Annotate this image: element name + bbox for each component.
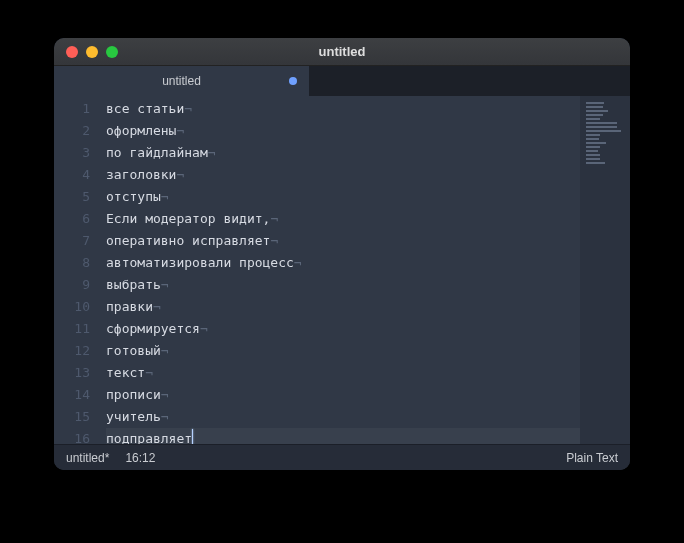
newline-glyph-icon: ¬: [161, 189, 169, 204]
editor-area[interactable]: 12345678910111213141516 все статьи¬оформ…: [54, 96, 630, 444]
minimap-row: [586, 114, 603, 116]
newline-glyph-icon: ¬: [176, 167, 184, 182]
line-number: 5: [54, 186, 90, 208]
line-text: автоматизировали процесс: [106, 255, 294, 270]
newline-glyph-icon: ¬: [161, 343, 169, 358]
newline-glyph-icon: ¬: [184, 101, 192, 116]
code-line[interactable]: оформлены¬: [106, 120, 580, 142]
minimap-row: [586, 146, 600, 148]
newline-glyph-icon: ¬: [208, 145, 216, 160]
newline-glyph-icon: ¬: [294, 255, 302, 270]
tab-label: untitled: [162, 74, 201, 88]
minimap-row: [586, 102, 604, 104]
line-number: 6: [54, 208, 90, 230]
code-line[interactable]: Если модератор видит,¬: [106, 208, 580, 230]
minimap-row: [586, 122, 617, 124]
window-title: untitled: [54, 44, 630, 59]
line-number: 9: [54, 274, 90, 296]
minimap-row: [586, 138, 599, 140]
line-number: 3: [54, 142, 90, 164]
line-number: 12: [54, 340, 90, 362]
code-line[interactable]: текст¬: [106, 362, 580, 384]
minimap-row: [586, 142, 606, 144]
code-line[interactable]: автоматизировали процесс¬: [106, 252, 580, 274]
minimap-row: [586, 110, 608, 112]
status-bar: untitled* 16:12 Plain Text: [54, 444, 630, 470]
code-content[interactable]: все статьи¬оформлены¬по гайдлайнам¬загол…: [100, 96, 580, 444]
code-line[interactable]: заголовки¬: [106, 164, 580, 186]
newline-glyph-icon: ¬: [153, 299, 161, 314]
status-position[interactable]: 16:12: [125, 451, 155, 465]
line-text: по гайдлайнам: [106, 145, 208, 160]
minimap-row: [586, 154, 600, 156]
newline-glyph-icon: ¬: [270, 211, 278, 226]
line-number: 11: [54, 318, 90, 340]
code-line[interactable]: прописи¬: [106, 384, 580, 406]
minimap-row: [586, 126, 617, 128]
newline-glyph-icon: ¬: [161, 387, 169, 402]
line-text: текст: [106, 365, 145, 380]
line-text: заголовки: [106, 167, 176, 182]
line-number: 7: [54, 230, 90, 252]
minimap-row: [586, 118, 600, 120]
code-line[interactable]: подправляет: [106, 428, 580, 444]
line-text: готовый: [106, 343, 161, 358]
line-number: 4: [54, 164, 90, 186]
line-number: 8: [54, 252, 90, 274]
minimap-row: [586, 106, 603, 108]
minimap-row: [586, 162, 605, 164]
tab-bar: untitled: [54, 66, 630, 96]
line-number: 2: [54, 120, 90, 142]
line-text: сформируется: [106, 321, 200, 336]
code-line[interactable]: оперативно исправляет¬: [106, 230, 580, 252]
line-number: 14: [54, 384, 90, 406]
minimap[interactable]: [580, 96, 630, 444]
minimap-row: [586, 158, 600, 160]
line-text: подправляет: [106, 431, 192, 444]
line-text: отступы: [106, 189, 161, 204]
line-number: 10: [54, 296, 90, 318]
line-text: выбрать: [106, 277, 161, 292]
newline-glyph-icon: ¬: [161, 409, 169, 424]
minimap-row: [586, 130, 621, 132]
editor-window: untitled untitled 1234567891011121314151…: [54, 38, 630, 470]
titlebar[interactable]: untitled: [54, 38, 630, 66]
newline-glyph-icon: ¬: [161, 277, 169, 292]
line-text: оперативно исправляет: [106, 233, 270, 248]
newline-glyph-icon: ¬: [176, 123, 184, 138]
minimize-icon[interactable]: [86, 46, 98, 58]
minimap-row: [586, 134, 600, 136]
code-line[interactable]: сформируется¬: [106, 318, 580, 340]
status-syntax[interactable]: Plain Text: [566, 451, 618, 465]
code-line[interactable]: все статьи¬: [106, 98, 580, 120]
zoom-icon[interactable]: [106, 46, 118, 58]
code-line[interactable]: учитель¬: [106, 406, 580, 428]
line-number: 13: [54, 362, 90, 384]
code-line[interactable]: готовый¬: [106, 340, 580, 362]
close-icon[interactable]: [66, 46, 78, 58]
dirty-indicator-icon: [289, 77, 297, 85]
line-text: прописи: [106, 387, 161, 402]
code-line[interactable]: по гайдлайнам¬: [106, 142, 580, 164]
minimap-row: [586, 150, 598, 152]
line-number: 15: [54, 406, 90, 428]
line-gutter: 12345678910111213141516: [54, 96, 100, 444]
line-text: оформлены: [106, 123, 176, 138]
line-number: 16: [54, 428, 90, 444]
line-number: 1: [54, 98, 90, 120]
code-line[interactable]: отступы¬: [106, 186, 580, 208]
text-cursor: [192, 429, 193, 444]
newline-glyph-icon: ¬: [200, 321, 208, 336]
line-text: учитель: [106, 409, 161, 424]
traffic-lights: [54, 46, 118, 58]
code-line[interactable]: выбрать¬: [106, 274, 580, 296]
newline-glyph-icon: ¬: [145, 365, 153, 380]
tab-untitled[interactable]: untitled: [54, 66, 310, 96]
status-filename[interactable]: untitled*: [66, 451, 109, 465]
newline-glyph-icon: ¬: [270, 233, 278, 248]
code-line[interactable]: правки¬: [106, 296, 580, 318]
line-text: Если модератор видит,: [106, 211, 270, 226]
line-text: правки: [106, 299, 153, 314]
line-text: все статьи: [106, 101, 184, 116]
